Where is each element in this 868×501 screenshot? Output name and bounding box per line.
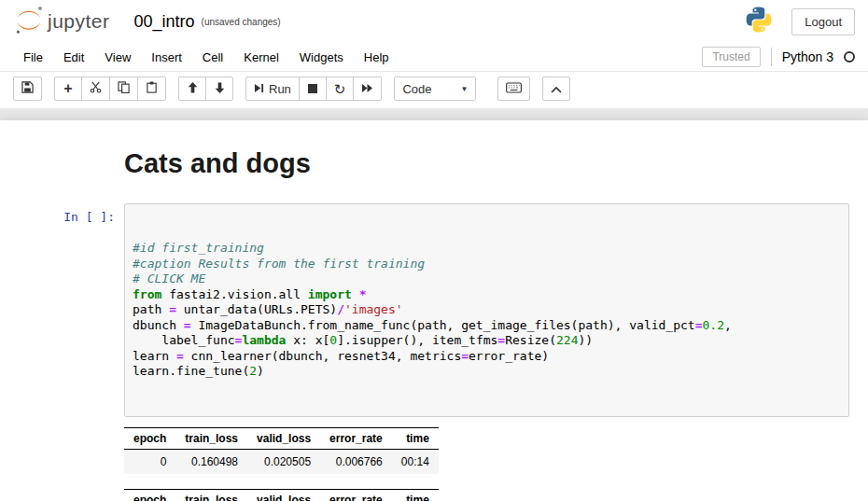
table-header-cell: error_rate — [320, 427, 392, 449]
python-logo-icon — [745, 6, 773, 37]
logout-button[interactable]: Logout — [791, 8, 855, 35]
stop-icon — [308, 82, 317, 96]
kernel-idle-icon — [844, 51, 855, 63]
code-line: #id first_training — [133, 241, 841, 257]
page-title: Cats and dogs — [124, 148, 849, 179]
code-line: label_func=lambda x: x[0].isupper(), ite… — [133, 333, 841, 349]
chevron-up-icon — [551, 82, 562, 96]
run-button[interactable]: Run — [245, 77, 300, 101]
paste-button[interactable] — [137, 77, 166, 101]
paste-icon — [146, 81, 158, 96]
code-area: #id first_training#caption Results from … — [133, 241, 841, 380]
code-cell: In [ ]: #id first_training#caption Resul… — [0, 203, 868, 417]
trusted-badge[interactable]: Trusted — [702, 47, 760, 67]
output-table: epochtrain_lossvalid_losserror_ratetime0… — [124, 427, 439, 474]
copy-icon — [118, 81, 130, 96]
table-header-cell: train_loss — [175, 489, 247, 501]
menubar-right: Trusted Python 3 — [702, 47, 861, 67]
toolbar: + — [0, 72, 868, 108]
restart-button[interactable]: ↻ — [326, 77, 355, 101]
cell-type-dropdown[interactable]: Code ▼ — [394, 77, 476, 101]
notebook-container: Cats and dogs In [ ]: #id first_training… — [0, 120, 868, 501]
markdown-cell[interactable]: Cats and dogs — [124, 148, 849, 179]
table-header-cell: time — [392, 489, 439, 501]
kernel-divider — [771, 48, 772, 66]
menu-item-kernel[interactable]: Kernel — [233, 44, 289, 71]
save-button[interactable] — [13, 77, 42, 101]
fast-forward-icon — [361, 82, 373, 96]
code-line: # CLICK ME — [133, 271, 841, 287]
arrow-down-icon — [215, 82, 225, 96]
run-label: Run — [269, 82, 291, 96]
cell-prompt: In [ ]: — [0, 203, 124, 417]
table-cell: 0 — [124, 449, 175, 474]
code-line: learn.fine_tune(2) — [133, 364, 841, 380]
scissors-icon — [90, 81, 102, 96]
plus-icon: + — [63, 81, 72, 96]
cell-output: epochtrain_lossvalid_losserror_ratetime0… — [124, 427, 868, 474]
menu-item-cell[interactable]: Cell — [192, 44, 233, 71]
header-right: Logout — [745, 6, 855, 37]
header: jupyter 00_intro (unsaved changes) Logou… — [0, 0, 868, 108]
code-input[interactable]: #id first_training#caption Results from … — [124, 203, 849, 417]
table-header-cell: time — [392, 427, 439, 449]
code-line: from fastai2.vision.all import * — [133, 287, 841, 303]
table-cell: 00:14 — [392, 449, 439, 474]
jupyter-logo[interactable]: jupyter — [13, 4, 110, 39]
kernel-name-label: Python 3 — [782, 49, 833, 64]
table-row: 00.1604980.0205050.00676600:14 — [124, 449, 439, 474]
stop-button[interactable] — [299, 77, 327, 101]
cell-type-value: Code — [402, 82, 431, 96]
notebook-title[interactable]: 00_intro — [134, 12, 195, 32]
menubar: FileEditViewInsertCellKernelWidgetsHelp … — [0, 43, 868, 72]
table-header-cell: epoch — [124, 427, 175, 449]
table-cell: 0.160498 — [175, 449, 247, 474]
add-cell-button[interactable]: + — [54, 77, 82, 101]
table-cell: 0.020505 — [247, 449, 320, 474]
menu-item-file[interactable]: File — [13, 44, 53, 71]
jupyter-logo-text: jupyter — [48, 10, 110, 33]
table-cell: 0.006766 — [320, 449, 392, 474]
menubar-items: FileEditViewInsertCellKernelWidgetsHelp — [13, 44, 399, 71]
keyboard-icon — [506, 82, 522, 96]
table-header-cell: valid_loss — [247, 427, 320, 449]
code-line: #caption Results from the first training — [133, 257, 841, 272]
restart-run-all-button[interactable] — [353, 77, 382, 101]
move-up-button[interactable] — [178, 77, 206, 101]
arrow-up-icon — [188, 82, 198, 96]
code-line: path = untar_data(URLs.PETS)/'images' — [133, 302, 841, 318]
floppy-icon — [21, 81, 34, 96]
code-line: dbunch = ImageDataBunch.from_name_func(p… — [133, 318, 841, 334]
jupyter-logo-icon — [13, 4, 45, 39]
menu-item-insert[interactable]: Insert — [141, 44, 192, 71]
command-palette-button[interactable] — [497, 77, 530, 101]
output-table: epochtrain_lossvalid_losserror_ratetime0… — [124, 489, 439, 501]
notebook-site: Cats and dogs In [ ]: #id first_training… — [0, 108, 868, 501]
chevron-down-icon: ▼ — [461, 85, 469, 93]
code-line: learn = cnn_learner(dbunch, resnet34, me… — [133, 349, 841, 365]
menu-item-help[interactable]: Help — [354, 44, 399, 71]
table-header-cell: valid_loss — [247, 489, 320, 501]
unsaved-changes-label: (unsaved changes) — [202, 17, 281, 27]
table-header-cell: error_rate — [320, 489, 392, 501]
menu-item-edit[interactable]: Edit — [53, 44, 94, 71]
cut-button[interactable] — [81, 77, 110, 101]
table-header-cell: epoch — [124, 489, 175, 501]
menu-item-view[interactable]: View — [94, 44, 141, 71]
cell-output: epochtrain_lossvalid_losserror_ratetime0… — [124, 489, 868, 501]
header-top-row: jupyter 00_intro (unsaved changes) Logou… — [0, 0, 868, 43]
copy-button[interactable] — [109, 77, 138, 101]
move-down-button[interactable] — [205, 77, 233, 101]
menu-item-widgets[interactable]: Widgets — [289, 44, 354, 71]
table-header-cell: train_loss — [175, 427, 247, 449]
step-forward-icon — [254, 82, 264, 96]
restart-icon: ↻ — [334, 82, 346, 96]
chevron-up-button[interactable] — [542, 77, 570, 101]
